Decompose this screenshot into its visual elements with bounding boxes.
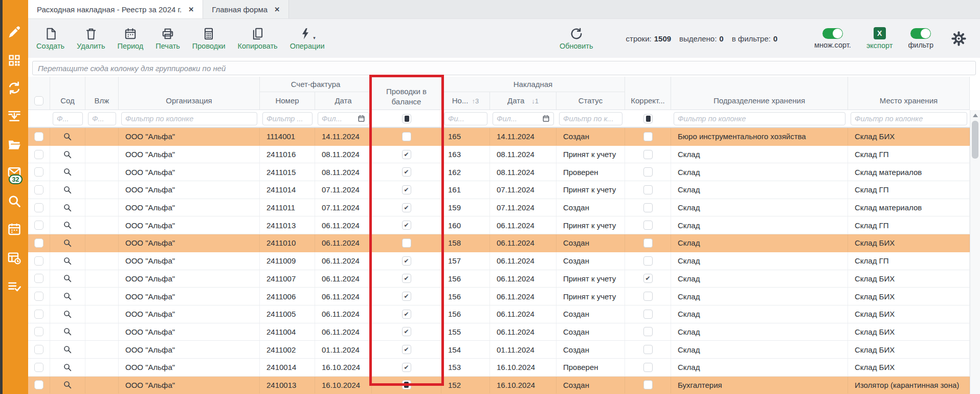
delete-button[interactable]: Удалить	[77, 27, 105, 50]
search-icon[interactable]	[7, 194, 21, 208]
balance-posting-checkbox[interactable]	[402, 203, 411, 212]
header-vlzh[interactable]: Влж	[85, 77, 119, 110]
select-all-checkbox[interactable]	[34, 96, 43, 105]
sync-icon[interactable]	[7, 81, 21, 95]
open-record-search-icon[interactable]	[63, 238, 72, 248]
open-record-search-icon[interactable]	[63, 363, 72, 372]
header-waybill-date[interactable]: Дата↓1	[490, 92, 556, 110]
print-button[interactable]: Печать	[155, 27, 180, 50]
tab-close-icon[interactable]: ✕	[274, 6, 280, 13]
import-icon[interactable]	[7, 109, 21, 123]
header-waybill-number[interactable]: Но...↑3	[441, 92, 490, 110]
multisort-toggle[interactable]: множ.сорт.	[814, 28, 851, 49]
filter-vlzh[interactable]	[88, 112, 116, 125]
filter-invoice-date-input[interactable]	[322, 115, 355, 123]
table-row[interactable]: ООО "Альфа"241101608.11.202416308.11.202…	[28, 146, 970, 164]
header-invoice-date[interactable]: Дата	[315, 92, 372, 110]
filter-waybill-number-input[interactable]	[448, 115, 483, 123]
header-status[interactable]: Статус	[556, 92, 625, 110]
edit-icon[interactable]	[7, 25, 21, 39]
open-record-search-icon[interactable]	[63, 380, 72, 389]
open-record-search-icon[interactable]	[63, 274, 72, 283]
table-row[interactable]: ООО "Альфа"241100406.11.202415506.11.202…	[28, 323, 970, 341]
row-select-checkbox[interactable]	[34, 327, 43, 336]
open-record-search-icon[interactable]	[63, 150, 72, 159]
table-row[interactable]: ООО "Альфа"241001416.10.202415316.10.202…	[28, 359, 970, 377]
row-select-checkbox[interactable]	[34, 310, 43, 319]
filter-status[interactable]	[559, 112, 622, 125]
row-select-checkbox[interactable]	[34, 274, 43, 283]
balance-posting-checkbox[interactable]	[402, 221, 411, 230]
filter-organization[interactable]	[121, 112, 257, 125]
settings-gear-icon[interactable]	[951, 31, 967, 47]
filter-waybill-number[interactable]	[444, 112, 487, 125]
row-select-checkbox[interactable]	[34, 203, 43, 212]
schedule-report-icon[interactable]	[7, 251, 21, 265]
open-record-search-icon[interactable]	[63, 185, 72, 194]
correction-checkbox[interactable]	[643, 221, 653, 230]
table-row[interactable]: ООО "Альфа"241100201.11.202415401.11.202…	[28, 341, 970, 359]
correction-checkbox[interactable]	[643, 238, 653, 248]
period-button[interactable]: Период	[117, 27, 143, 50]
table-row[interactable]: ООО "Альфа"241001316.10.202415216.10.202…	[28, 377, 970, 394]
table-row[interactable]: ООО "Альфа"241100506.11.202415606.11.202…	[28, 305, 970, 323]
open-record-search-icon[interactable]	[63, 292, 72, 301]
filter-toggle[interactable]: фильтр	[908, 28, 933, 49]
correction-checkbox[interactable]	[643, 363, 653, 372]
table-row[interactable]: ООО "Альфа"111400114.11.202416514.11.202…	[28, 128, 970, 146]
filter-correction-checkbox[interactable]	[643, 114, 653, 123]
table-row[interactable]: ООО "Альфа"241100906.11.202415706.11.202…	[28, 252, 970, 270]
row-select-checkbox[interactable]	[34, 256, 43, 266]
header-storage-location[interactable]: Место хранения	[848, 77, 970, 110]
open-record-search-icon[interactable]	[63, 203, 72, 212]
open-record-search-icon[interactable]	[63, 327, 72, 336]
open-record-search-icon[interactable]	[63, 167, 72, 177]
correction-checkbox[interactable]	[643, 310, 653, 319]
table-row[interactable]: ООО "Альфа"241101107.11.202415907.11.202…	[28, 199, 970, 217]
correction-checkbox[interactable]	[643, 167, 653, 177]
folder-icon[interactable]	[7, 138, 21, 152]
filter-storage-division-input[interactable]	[678, 115, 841, 123]
table-row[interactable]: ООО "Альфа"241100606.11.202415606.11.202…	[28, 288, 970, 305]
balance-posting-checkbox[interactable]	[402, 238, 411, 248]
operations-button[interactable]: ▾ Операции	[290, 27, 325, 50]
row-select-checkbox[interactable]	[34, 150, 43, 159]
correction-checkbox[interactable]	[643, 380, 653, 389]
filter-storage-division[interactable]	[674, 112, 845, 125]
correction-checkbox[interactable]	[643, 185, 653, 194]
filter-invoice-date[interactable]	[318, 112, 369, 125]
filter-invoice-number[interactable]	[262, 112, 313, 125]
tab-main-form[interactable]: Главная форма ✕	[203, 0, 289, 18]
row-select-checkbox[interactable]	[34, 221, 43, 230]
balance-posting-checkbox[interactable]	[402, 167, 411, 177]
balance-posting-checkbox[interactable]	[402, 345, 411, 354]
row-select-checkbox[interactable]	[34, 167, 43, 177]
filter-sod[interactable]	[53, 112, 83, 125]
row-select-checkbox[interactable]	[34, 363, 43, 372]
correction-checkbox[interactable]	[643, 203, 653, 212]
tab-register[interactable]: Расходная накладная - Реестр за 2024 г. …	[28, 0, 203, 18]
balance-posting-checkbox[interactable]	[402, 185, 411, 194]
table-row[interactable]: ООО "Альфа"241100706.11.202415606.11.202…	[28, 270, 970, 288]
correction-checkbox[interactable]	[643, 150, 653, 159]
scrollbar-thumb[interactable]	[972, 121, 978, 159]
calendar-icon[interactable]	[358, 115, 365, 122]
filter-storage-location[interactable]	[851, 112, 967, 125]
calendar-icon[interactable]	[7, 222, 21, 236]
correction-checkbox[interactable]	[643, 274, 653, 283]
calendar-icon[interactable]	[542, 115, 550, 122]
refresh-button[interactable]: Обновить	[560, 27, 593, 50]
correction-checkbox[interactable]	[643, 256, 653, 266]
correction-checkbox[interactable]	[643, 327, 653, 336]
header-sod[interactable]: Сод	[50, 77, 85, 110]
balance-posting-checkbox[interactable]	[402, 256, 411, 266]
balance-posting-checkbox[interactable]	[402, 363, 411, 372]
row-select-checkbox[interactable]	[34, 185, 43, 194]
modules-icon[interactable]	[7, 53, 21, 68]
open-record-search-icon[interactable]	[63, 345, 72, 354]
correction-checkbox[interactable]	[643, 292, 653, 301]
filter-status-input[interactable]	[563, 115, 618, 123]
table-row[interactable]: ООО "Альфа"241101508.11.202416208.11.202…	[28, 163, 970, 181]
filter-waybill-date-input[interactable]	[497, 115, 540, 123]
correction-checkbox[interactable]	[643, 132, 653, 141]
